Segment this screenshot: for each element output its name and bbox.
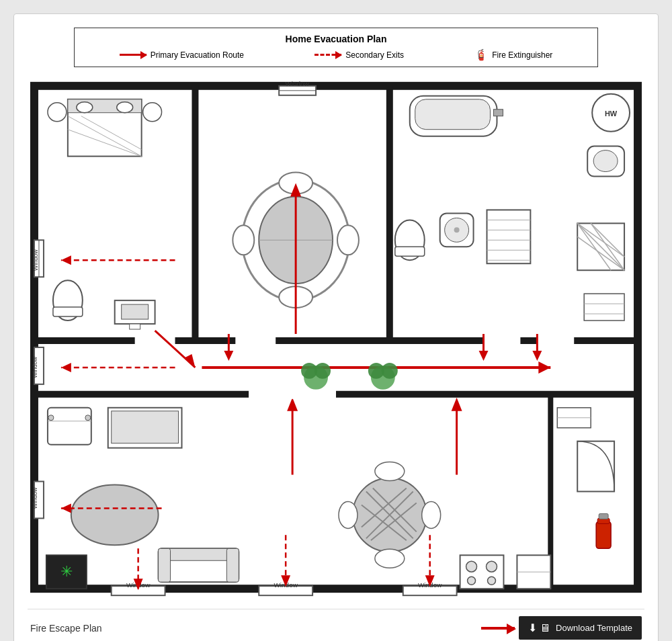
- svg-point-36: [233, 225, 254, 255]
- svg-rect-148: [599, 513, 608, 519]
- svg-text:Window: Window: [32, 356, 38, 378]
- svg-point-11: [117, 102, 133, 113]
- svg-text:Window: Window: [32, 249, 39, 271]
- legend-items: Primary Evacuation Route Secondary Exits…: [84, 48, 588, 61]
- download-arrow-icon: [481, 627, 515, 630]
- svg-point-10: [77, 102, 93, 113]
- floorplan-svg: Window Window: [28, 75, 644, 599]
- svg-point-124: [375, 549, 405, 568]
- svg-point-139: [468, 576, 476, 585]
- svg-rect-104: [159, 548, 171, 582]
- svg-rect-6: [484, 336, 521, 345]
- svg-rect-146: [596, 521, 611, 548]
- svg-point-97: [48, 415, 54, 421]
- extinguisher-label: Fire Extinguisher: [492, 50, 552, 60]
- download-button[interactable]: ⬇ 🖥 Download Template: [519, 616, 642, 640]
- svg-rect-136: [460, 555, 504, 589]
- download-area: ⬇ 🖥 Download Template: [481, 616, 642, 640]
- svg-point-125: [339, 501, 358, 528]
- svg-rect-20: [122, 304, 149, 319]
- svg-text:HW: HW: [605, 110, 618, 118]
- svg-rect-12: [48, 103, 67, 122]
- svg-rect-94: [249, 390, 336, 399]
- floorplan-container: Window Window: [28, 75, 644, 602]
- svg-text:✳: ✳: [60, 563, 73, 580]
- svg-point-126: [422, 501, 441, 528]
- download-icons: ⬇ 🖥: [528, 622, 550, 634]
- svg-rect-42: [493, 110, 503, 116]
- svg-rect-41: [415, 99, 491, 130]
- svg-point-123: [375, 462, 405, 481]
- svg-rect-95: [48, 408, 91, 445]
- svg-rect-48: [487, 210, 531, 263]
- legend-title: Home Evacuation Plan: [84, 34, 588, 44]
- secondary-label: Secondary Exits: [345, 50, 404, 60]
- svg-rect-5: [235, 336, 276, 345]
- legend-extinguisher: 🧯 Fire Extinguisher: [474, 48, 552, 61]
- svg-point-37: [337, 225, 359, 255]
- bottom-bar: Fire Escape Plan ⬇ 🖥 Download Template: [28, 609, 644, 640]
- download-label: Download Template: [556, 623, 632, 633]
- secondary-arrow-icon: [314, 54, 341, 56]
- svg-point-89: [382, 363, 398, 379]
- monitor-icon: 🖥: [540, 622, 550, 634]
- download-icon: ⬇: [528, 622, 537, 634]
- svg-rect-7: [537, 336, 574, 345]
- svg-text:Window: Window: [285, 80, 309, 87]
- legend-box: Home Evacuation Plan Primary Evacuation …: [74, 28, 598, 67]
- svg-point-86: [314, 363, 331, 379]
- plan-label: Fire Escape Plan: [30, 623, 102, 634]
- svg-rect-105: [226, 548, 239, 582]
- svg-point-47: [454, 227, 460, 232]
- svg-rect-100: [112, 411, 179, 443]
- svg-rect-13: [143, 103, 162, 122]
- legend-primary: Primary Evacuation Route: [120, 50, 244, 60]
- svg-rect-21: [130, 324, 140, 329]
- svg-point-57: [593, 151, 618, 172]
- svg-point-138: [487, 561, 497, 572]
- legend-secondary: Secondary Exits: [314, 50, 404, 60]
- svg-point-101: [71, 485, 159, 546]
- primary-arrow-icon: [120, 54, 146, 56]
- primary-label: Primary Evacuation Route: [151, 50, 244, 60]
- svg-rect-44: [395, 247, 425, 256]
- svg-rect-145: [577, 441, 614, 492]
- svg-text:Window: Window: [32, 487, 38, 509]
- svg-rect-65: [584, 294, 624, 320]
- svg-rect-18: [53, 307, 83, 316]
- svg-point-137: [466, 561, 477, 572]
- svg-point-140: [488, 576, 496, 585]
- main-container: Home Evacuation Plan Primary Evacuation …: [13, 13, 659, 641]
- fire-ext-icon: 🧯: [474, 48, 488, 61]
- svg-point-98: [85, 415, 91, 421]
